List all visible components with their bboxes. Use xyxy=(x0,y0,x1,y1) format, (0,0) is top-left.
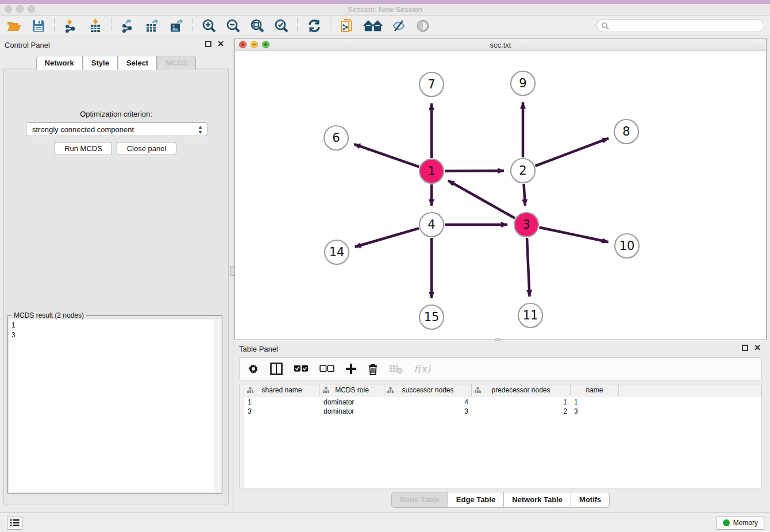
tab-node-table[interactable]: Node Table xyxy=(391,492,448,508)
graph-edge-1-6[interactable] xyxy=(354,144,419,167)
hierarchy-icon xyxy=(323,387,329,394)
export-image-icon[interactable] xyxy=(168,18,185,34)
zoom-selected-icon[interactable] xyxy=(273,18,290,34)
table-row[interactable]: 3 dominator 3 2 3 xyxy=(244,407,761,416)
function-builder-icon[interactable]: f(x) xyxy=(414,363,430,375)
table-header-row: shared name MCDS role successor nodes pr… xyxy=(244,384,761,396)
graph-node-label-7: 7 xyxy=(428,78,435,91)
close-panel-icon[interactable]: ✕ xyxy=(217,41,224,47)
import-table-icon[interactable] xyxy=(87,18,104,34)
graph-edge-3-10[interactable] xyxy=(540,228,609,242)
float-panel-icon[interactable] xyxy=(742,345,748,351)
settings-gear-icon[interactable] xyxy=(248,363,259,375)
zoom-out-icon[interactable] xyxy=(225,18,242,34)
export-network-icon[interactable] xyxy=(120,18,137,34)
cell-name[interactable]: 3 xyxy=(571,407,619,416)
deselect-all-checkboxes-icon[interactable] xyxy=(319,365,334,373)
zoom-in-icon[interactable] xyxy=(201,18,218,34)
mcds-result-title: MCDS result (2 nodes) xyxy=(11,311,86,319)
cell-successor-nodes[interactable]: 4 xyxy=(384,398,472,407)
mcds-result-text[interactable]: 1 3 xyxy=(9,319,214,492)
import-network-icon[interactable] xyxy=(63,18,80,34)
toolbar-separator xyxy=(192,18,192,33)
cell-mcds-role[interactable]: dominator xyxy=(320,407,384,416)
task-history-button[interactable] xyxy=(7,516,22,530)
graph-edge-3-1[interactable] xyxy=(448,180,515,218)
table-panel-tabs: Node Table Edge Table Network Table Moti… xyxy=(234,492,767,508)
window-title: Session: New Session xyxy=(0,5,770,14)
column-header-name[interactable]: name xyxy=(571,384,619,396)
node-table[interactable]: shared name MCDS role successor nodes pr… xyxy=(239,384,762,488)
float-panel-icon[interactable] xyxy=(205,41,211,47)
graph-node-label-3: 3 xyxy=(522,218,530,232)
graph-node-label-8: 8 xyxy=(622,125,630,138)
column-header-mcds-role[interactable]: MCDS role xyxy=(320,384,384,396)
titlebar-accent-strip xyxy=(0,0,770,4)
search-field[interactable] xyxy=(596,19,764,32)
select-all-checkboxes-icon[interactable] xyxy=(294,365,309,373)
graph-edge-1-2[interactable] xyxy=(445,171,504,171)
close-panel-button[interactable]: Close panel xyxy=(117,142,176,155)
network-canvas[interactable]: 1234678910111415 xyxy=(235,51,766,340)
zoom-fit-icon[interactable] xyxy=(249,18,266,34)
open-file-icon[interactable] xyxy=(6,18,23,34)
delete-table-icon[interactable] xyxy=(389,364,403,374)
graph-node-label-1: 1 xyxy=(428,164,435,178)
graph-edge-3-11[interactable] xyxy=(527,238,530,296)
export-table-icon[interactable] xyxy=(144,18,161,34)
hierarchy-icon xyxy=(475,387,481,394)
result-scrollbar[interactable] xyxy=(214,319,221,492)
refresh-network-icon[interactable] xyxy=(306,18,323,34)
save-session-icon[interactable] xyxy=(30,18,47,34)
column-header-shared-name[interactable]: shared name xyxy=(244,384,320,396)
control-panel: Control Panel ✕ Network Style Select MCD… xyxy=(0,36,232,512)
graph-node-label-6: 6 xyxy=(332,131,340,145)
eye-icon[interactable] xyxy=(414,18,432,34)
column-header-predecessor-nodes[interactable]: predecessor nodes xyxy=(472,384,571,396)
optimization-criterion-select[interactable]: strongly connected component ▲▼ xyxy=(26,122,207,136)
tab-motifs[interactable]: Motifs xyxy=(571,492,610,508)
table-panel-title: Table Panel xyxy=(239,345,278,353)
tab-network-table[interactable]: Network Table xyxy=(504,492,571,508)
memory-label: Memory xyxy=(733,519,758,527)
home-icon[interactable] xyxy=(363,18,383,34)
cell-successor-nodes[interactable]: 3 xyxy=(384,407,472,416)
table-panel: Table Panel ✕ f(x) shared name MCDS role xyxy=(234,342,767,510)
table-row[interactable]: 1 dominator 4 1 1 xyxy=(244,398,761,407)
memory-button[interactable]: Memory xyxy=(717,516,764,530)
cell-predecessor-nodes[interactable]: 1 xyxy=(472,398,571,407)
network-resize-handle[interactable] xyxy=(495,338,500,341)
show-hide-graphics-icon[interactable] xyxy=(390,18,407,34)
tab-select[interactable]: Select xyxy=(118,56,157,70)
tab-network[interactable]: Network xyxy=(36,56,83,70)
search-icon xyxy=(601,22,609,30)
delete-row-icon[interactable] xyxy=(368,363,378,375)
column-layout-icon[interactable] xyxy=(270,363,283,375)
run-mcds-button[interactable]: Run MCDS xyxy=(55,142,112,155)
graph-edge-2-8[interactable] xyxy=(536,138,609,166)
graph-edge-4-14[interactable] xyxy=(355,228,419,246)
graph-node-label-11: 11 xyxy=(523,309,538,322)
graph-edge-2-3[interactable] xyxy=(523,184,525,206)
cell-shared-name[interactable]: 1 xyxy=(244,398,320,407)
add-row-icon[interactable] xyxy=(345,363,357,375)
tab-edge-table[interactable]: Edge Table xyxy=(448,492,504,508)
optimization-criterion-label: Optimization criterion: xyxy=(4,110,228,118)
cell-predecessor-nodes[interactable]: 2 xyxy=(472,407,571,416)
clone-network-icon[interactable] xyxy=(338,18,356,34)
hierarchy-icon xyxy=(247,387,253,394)
tab-style[interactable]: Style xyxy=(83,56,118,70)
optimization-criterion-value: strongly connected component xyxy=(32,125,134,134)
cell-mcds-role[interactable]: dominator xyxy=(320,398,384,407)
graph-edges xyxy=(354,102,609,298)
column-header-successor-nodes[interactable]: successor nodes xyxy=(384,384,472,396)
tab-mcds[interactable]: MCDS xyxy=(157,56,196,70)
graph-node-label-14: 14 xyxy=(329,245,345,259)
search-input[interactable] xyxy=(609,20,764,32)
cell-name[interactable]: 1 xyxy=(571,398,619,407)
select-stepper-icon: ▲▼ xyxy=(198,125,203,135)
network-window-titlebar[interactable]: × − + scc.txt xyxy=(235,38,766,51)
graph-node-label-10: 10 xyxy=(619,239,635,253)
close-panel-icon[interactable]: ✕ xyxy=(754,345,761,351)
cell-shared-name[interactable]: 3 xyxy=(244,407,320,416)
